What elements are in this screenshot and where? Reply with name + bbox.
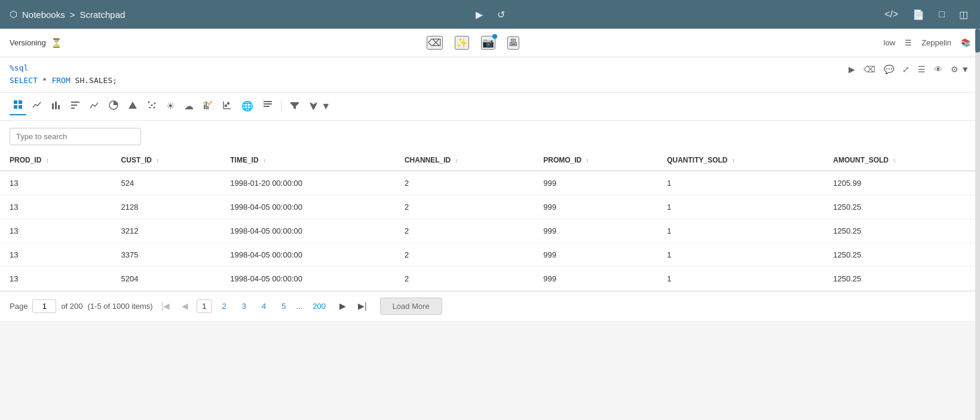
code-line1: %sql	[10, 62, 847, 75]
page-1-button[interactable]: 1	[197, 299, 212, 313]
viz-pie-button[interactable]	[105, 98, 122, 115]
run-button[interactable]: ▶	[473, 7, 485, 23]
page-input[interactable]	[32, 299, 56, 313]
col-promo-id[interactable]: PROMO_ID ↕	[534, 150, 657, 171]
viz-grid-button[interactable]	[10, 97, 26, 115]
viz-line-button[interactable]	[29, 98, 45, 115]
layout-button[interactable]: □	[936, 7, 947, 22]
viz-scatterplot-button[interactable]	[219, 98, 235, 115]
split-button[interactable]: ◫	[957, 7, 970, 23]
sql-select: SELECT	[10, 76, 38, 85]
load-more-button[interactable]: Load More	[380, 298, 442, 315]
viz-separator	[281, 100, 281, 112]
search-input[interactable]	[10, 128, 141, 145]
viz-filter-settings-button[interactable]	[286, 98, 303, 115]
sort-icon-time-id: ↕	[263, 157, 266, 164]
col-quantity-sold[interactable]: QUANTITY_SOLD ↕	[657, 150, 823, 171]
page-3-button[interactable]: 3	[237, 299, 252, 313]
viz-download-button[interactable]: ⮟ ▼	[305, 99, 334, 114]
low-label: low	[884, 38, 896, 47]
last-page-button[interactable]: ▶|	[354, 299, 370, 313]
cell-chart-button[interactable]: ⌫	[862, 63, 877, 75]
document-button[interactable]: 📄	[910, 7, 927, 23]
table-container: PROD_ID ↕ CUST_ID ↕ TIME_ID ↕ CHANNEL_ID…	[0, 150, 980, 291]
cell-amount_sold: 1250.25	[823, 243, 980, 266]
toolbar-left: Versioning ⏳	[10, 38, 62, 48]
cell-controls: ▶ ⌫ 💬 ⤢ ☰ 👁 ⚙ ▼	[847, 62, 970, 75]
cell-amount_sold: 1250.25	[823, 195, 980, 219]
cell-prod_id: 13	[0, 219, 112, 243]
code-view-button[interactable]: </>	[882, 7, 901, 22]
col-amount-sold[interactable]: AMOUNT_SOLD ↕	[823, 150, 980, 171]
cell-promo_id: 999	[534, 243, 657, 266]
page-2-button[interactable]: 2	[217, 299, 232, 313]
scratchpad-label: Scratchpad	[79, 10, 125, 20]
cell-channel_id: 2	[395, 219, 534, 243]
cell-settings-button[interactable]: ⚙ ▼	[950, 63, 970, 75]
page-4-button[interactable]: 4	[256, 299, 271, 313]
viz-filter-table-button[interactable]	[67, 98, 84, 115]
viz-triangle-button[interactable]	[124, 98, 141, 115]
cell-prod_id: 13	[0, 195, 112, 219]
cell-cust_id: 3375	[112, 243, 221, 266]
col-cust-id[interactable]: CUST_ID ↕	[112, 150, 221, 171]
next-page-button[interactable]: ▶	[336, 299, 350, 313]
cell-expand-button[interactable]: ⤢	[901, 63, 911, 75]
prev-page-button[interactable]: ◀	[178, 299, 192, 313]
sort-icon-prod-id: ↕	[46, 157, 49, 164]
svg-rect-9	[71, 108, 75, 109]
svg-rect-18	[206, 103, 207, 109]
cell-eye-button[interactable]: 👁	[933, 63, 944, 75]
cell-promo_id: 999	[534, 219, 657, 243]
cell-cust_id: 2128	[112, 195, 221, 219]
sort-icon-cust-id: ↕	[156, 157, 159, 164]
viz-globe-button[interactable]: 🌐	[238, 98, 257, 114]
svg-rect-25	[264, 103, 272, 105]
viz-cloud-button[interactable]: ☁	[180, 98, 197, 114]
svg-rect-26	[264, 106, 270, 107]
viz-linechart2-button[interactable]	[86, 98, 103, 115]
first-page-button[interactable]: |◀	[158, 299, 174, 313]
viz-toolbar: ☀ ☁ 🌐 ⮟ ▼	[0, 93, 980, 121]
cell-quantity_sold: 1	[657, 243, 823, 266]
svg-rect-2	[14, 105, 17, 109]
cell-quantity_sold: 1	[657, 195, 823, 219]
page-5-button[interactable]: 5	[276, 299, 291, 313]
viz-scatter-button[interactable]	[143, 98, 160, 115]
print-button[interactable]: 🖶	[507, 36, 519, 50]
magic-button[interactable]: ✨	[455, 36, 469, 50]
viz-bar-combo-button[interactable]	[200, 98, 216, 115]
table-row: 135241998-01-20 00:00:00299911205.99	[0, 171, 980, 195]
cell-time_id: 1998-04-05 00:00:00	[220, 266, 395, 290]
viz-text-button[interactable]	[259, 98, 276, 115]
header-right-controls: </> 📄 □ ◫	[882, 7, 970, 23]
col-time-id[interactable]: TIME_ID ↕	[220, 150, 395, 171]
viz-sun-button[interactable]: ☀	[163, 98, 178, 114]
cell-promo_id: 999	[534, 266, 657, 290]
col-channel-id[interactable]: CHANNEL_ID ↕	[395, 150, 534, 171]
refresh-button[interactable]: ↺	[495, 7, 507, 23]
zeppelin-icon: 📚	[961, 38, 970, 47]
page-label: Page	[10, 302, 27, 311]
sql-from: FROM	[51, 76, 70, 85]
code-keyword1: %sql	[10, 63, 28, 72]
table-body: 135241998-01-20 00:00:00299911205.991321…	[0, 171, 980, 291]
code-line2: SELECT * FROM SH.SALES;	[10, 75, 847, 87]
sql-table: SH.SALES;	[75, 76, 117, 85]
page-200-button[interactable]: 200	[307, 299, 331, 313]
notebooks-label: Notebooks	[22, 10, 65, 20]
col-prod-id[interactable]: PROD_ID ↕	[0, 150, 112, 171]
table-row: 1321281998-04-05 00:00:00299911250.25	[0, 195, 980, 219]
cell-channel_id: 2	[395, 266, 534, 290]
cell-time_id: 1998-04-05 00:00:00	[220, 195, 395, 219]
viz-bar-button[interactable]	[48, 98, 65, 115]
pagination-bar: Page of 200 (1-5 of 1000 items) |◀ ◀ 1 2…	[0, 291, 980, 321]
scrollbar[interactable]	[975, 29, 980, 321]
svg-rect-4	[52, 103, 54, 109]
eraser-button[interactable]: ⌫	[427, 36, 443, 50]
cell-cust_id: 3212	[112, 219, 221, 243]
cell-comment-button[interactable]: 💬	[883, 63, 895, 75]
cell-list-button[interactable]: ☰	[917, 63, 927, 75]
cell-amount_sold: 1250.25	[823, 266, 980, 290]
cell-run-button[interactable]: ▶	[847, 63, 856, 75]
